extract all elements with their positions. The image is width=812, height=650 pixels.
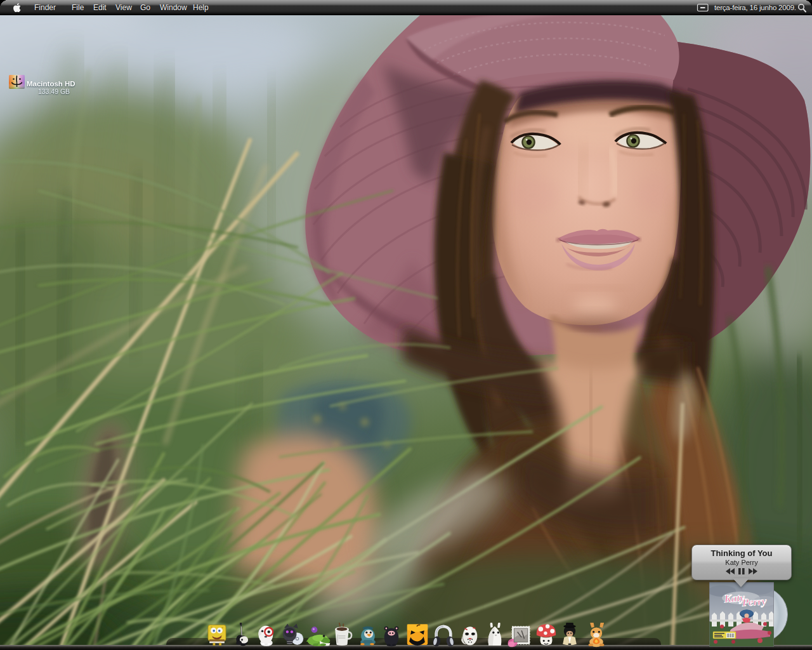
svg-text:Perry: Perry bbox=[741, 595, 767, 609]
